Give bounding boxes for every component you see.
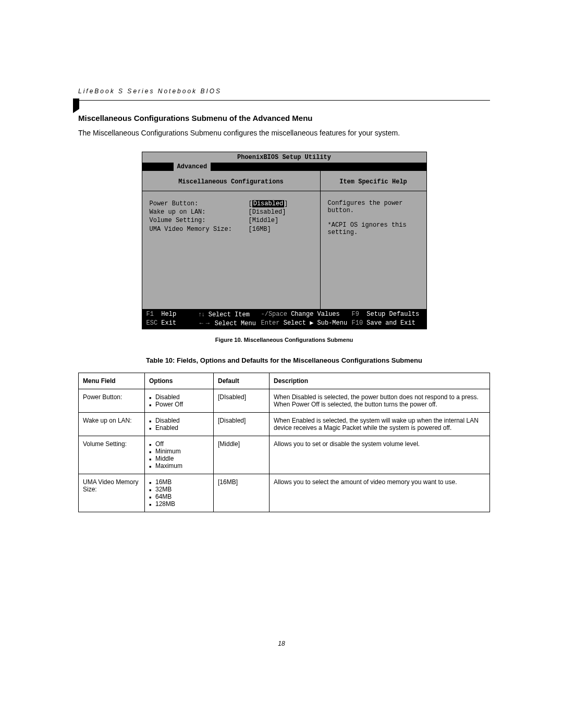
bios-setting-value: [Middle] — [249, 216, 279, 225]
bios-help-line — [328, 214, 419, 221]
option-item: Off — [149, 440, 209, 448]
th-default: Default — [214, 373, 270, 389]
bios-help-line: setting. — [328, 229, 419, 236]
bios-screenshot: PhoenixBIOS Setup Utility Advanced Misce… — [142, 152, 427, 329]
option-item: 32MB — [149, 486, 209, 493]
bios-tab-advanced: Advanced — [174, 163, 211, 171]
bios-setting-row: Volume Setting:[Middle] — [150, 216, 315, 225]
option-item: Disabled — [149, 417, 209, 424]
cell-menu-field: Power Button: — [79, 389, 145, 413]
th-menu-field: Menu Field — [79, 373, 145, 389]
bios-footer-row-1: F1 Help ↑↓ Select Item -/Space Change Va… — [146, 310, 422, 319]
bios-utility-title: PhoenixBIOS Setup Utility — [142, 152, 426, 163]
option-item: Middle — [149, 455, 209, 462]
bios-footer: F1 Help ↑↓ Select Item -/Space Change Va… — [142, 309, 426, 329]
cell-menu-field: UMA Video Memory Size: — [79, 474, 145, 512]
cell-options: DisabledEnabled — [145, 413, 214, 436]
bios-setting-value: [16MB] — [249, 225, 271, 233]
svg-marker-0 — [73, 98, 79, 113]
cell-default: [Disabled] — [214, 413, 270, 436]
option-item: Power Off — [149, 401, 209, 408]
page-number: 18 — [0, 640, 563, 647]
cell-default: [DIsabled] — [214, 389, 270, 413]
table-row: Volume Setting:OffMinimumMiddleMaximum[M… — [79, 436, 490, 474]
cell-options: DisabledPower Off — [145, 389, 214, 413]
option-item: 64MB — [149, 493, 209, 500]
cell-description: Allows you to select the amount of video… — [270, 474, 490, 512]
cell-description: When Enabled is selected, the system wil… — [270, 413, 490, 436]
bios-setting-value: [Disabled] — [249, 208, 286, 216]
bios-help-text: Configures the powerbutton. *ACPI OS ign… — [321, 191, 426, 309]
bios-setting-row: UMA Video Memory Size:[16MB] — [150, 225, 315, 233]
bios-help-line: *ACPI OS ignores this — [328, 221, 419, 229]
bios-setting-value: [Disabled] — [249, 200, 288, 208]
cell-menu-field: Wake up on LAN: — [79, 413, 145, 436]
option-item: Disabled — [149, 393, 209, 401]
th-options: Options — [145, 373, 214, 389]
bios-left-header: Miscellaneous Configurations — [142, 171, 320, 191]
intro-text: The Miscellaneous Configurations Submenu… — [78, 129, 490, 137]
cell-options: 16MB32MB64MB128MB — [145, 474, 214, 512]
running-header: LifeBook S Series Notebook BIOS — [78, 88, 490, 95]
bios-setting-row: Power Button:[Disabled] — [150, 200, 315, 208]
cell-description: When Disabled is selected, the power but… — [270, 389, 490, 413]
cell-menu-field: Volume Setting: — [79, 436, 145, 474]
bios-setting-label: UMA Video Memory Size: — [150, 225, 249, 233]
figure-caption: Figure 10. Miscellaneous Configurations … — [78, 337, 490, 343]
cell-options: OffMinimumMiddleMaximum — [145, 436, 214, 474]
option-item: Minimum — [149, 448, 209, 455]
table-title: Table 10: Fields, Options and Defaults f… — [78, 356, 490, 364]
cell-default: [Middle] — [214, 436, 270, 474]
option-item: Maximum — [149, 462, 209, 470]
header-rule — [78, 100, 490, 101]
table-row: Power Button:DisabledPower Off[DIsabled]… — [79, 389, 490, 413]
options-table: Menu Field Options Default Description P… — [78, 373, 490, 512]
bios-footer-row-2: ESC Exit ←→ Select Menu Enter Select ▶ S… — [146, 319, 422, 328]
table-row: UMA Video Memory Size:16MB32MB64MB128MB[… — [79, 474, 490, 512]
bios-tab-bar: Advanced — [142, 163, 426, 171]
table-row: Wake up on LAN:DisabledEnabled[Disabled]… — [79, 413, 490, 436]
section-title: Miscellaneous Configurations Submenu of … — [78, 114, 490, 122]
bios-setting-label: Power Button: — [150, 200, 249, 208]
cell-default: [16MB] — [214, 474, 270, 512]
bios-right-header: Item Specific Help — [321, 171, 426, 191]
bios-setting-label: Wake up on LAN: — [150, 208, 249, 216]
bios-help-line: Configures the power — [328, 200, 419, 207]
bios-settings-list: Power Button:[Disabled]Wake up on LAN:[D… — [142, 191, 320, 309]
th-description: Description — [270, 373, 490, 389]
option-item: 16MB — [149, 478, 209, 486]
bios-setting-label: Volume Setting: — [150, 216, 249, 225]
bios-help-line: button. — [328, 207, 419, 214]
bios-setting-row: Wake up on LAN:[Disabled] — [150, 208, 315, 216]
option-item: 128MB — [149, 500, 209, 508]
cell-description: Allows you to set or disable the system … — [270, 436, 490, 474]
option-item: Enabled — [149, 424, 209, 431]
